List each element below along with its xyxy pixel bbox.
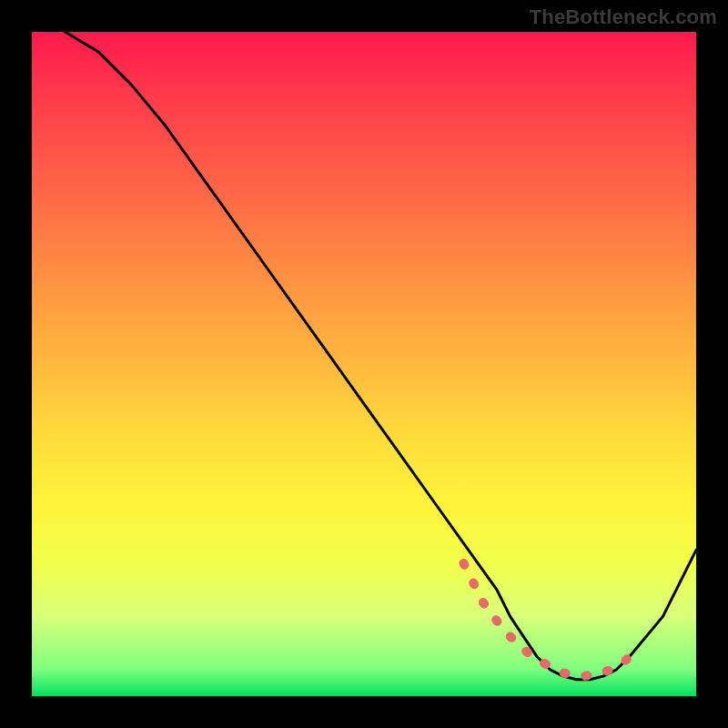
plot-area [32, 32, 696, 696]
watermark-text: TheBottleneck.com [530, 5, 717, 29]
chart-frame: TheBottleneck.com [0, 0, 728, 728]
chart-svg [32, 32, 696, 696]
bottleneck-curve [66, 32, 697, 680]
